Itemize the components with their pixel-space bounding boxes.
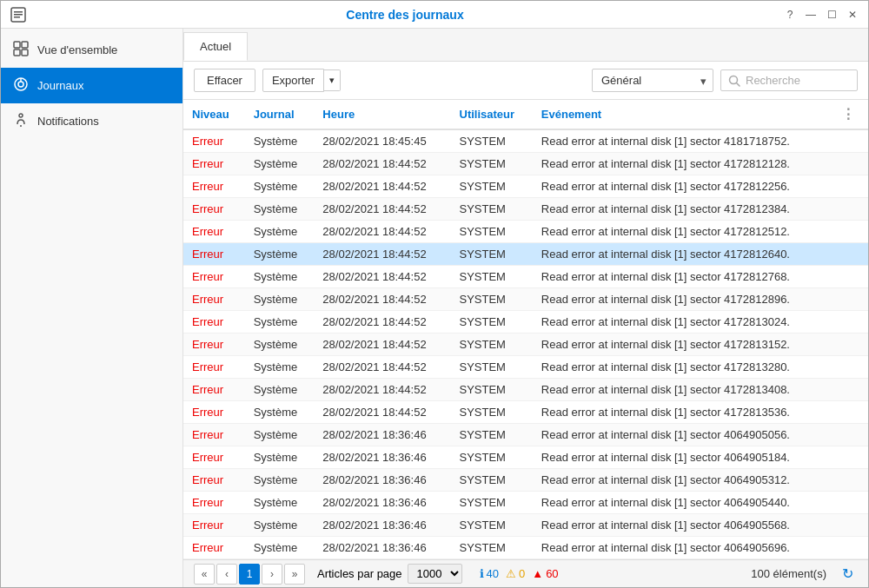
svg-point-11 (19, 114, 23, 117)
cell-heure: 28/02/2021 18:44:52 (314, 198, 450, 221)
table-row[interactable]: Erreur Système 28/02/2021 18:44:52 SYSTE… (183, 401, 868, 424)
table-row[interactable]: Erreur Système 28/02/2021 18:44:52 SYSTE… (183, 288, 868, 311)
app-icon (10, 6, 27, 23)
help-button[interactable]: ? (783, 8, 797, 22)
table-row[interactable]: Erreur Système 28/02/2021 18:44:52 SYSTE… (183, 175, 868, 198)
col-heure[interactable]: Heure (314, 100, 450, 129)
cell-utilisateur: SYSTEM (451, 492, 533, 514)
col-evenement[interactable]: Evénement (533, 100, 833, 129)
refresh-button[interactable]: ↻ (837, 564, 858, 585)
table-row[interactable]: Erreur Système 28/02/2021 18:44:52 SYSTE… (183, 311, 868, 334)
cell-evenement: Read error at internal disk [1] sector 4… (533, 424, 833, 446)
cell-evenement: Read error at internal disk [1] sector 4… (533, 334, 833, 356)
maximize-button[interactable]: ☐ (825, 8, 839, 22)
svg-line-14 (737, 83, 740, 86)
current-page[interactable]: 1 (239, 564, 260, 585)
titlebar: Centre des journaux ? — ☐ ✕ (1, 1, 868, 29)
sidebar-item-notifications[interactable]: Notifications (1, 103, 182, 139)
table-row[interactable]: Erreur Système 28/02/2021 18:44:52 SYSTE… (183, 198, 868, 221)
cell-more (833, 424, 868, 446)
cell-niveau: Erreur (183, 153, 245, 175)
info-badge: ℹ 40 (480, 567, 499, 580)
svg-rect-1 (14, 11, 23, 13)
col-journal[interactable]: Journal (245, 100, 315, 129)
table-row[interactable]: Erreur Système 28/02/2021 18:44:52 SYSTE… (183, 356, 868, 379)
sidebar-item-journals[interactable]: Journaux (1, 68, 182, 103)
col-niveau[interactable]: Niveau (183, 100, 245, 129)
cell-more (833, 379, 868, 401)
tab-actuel[interactable]: Actuel (183, 32, 248, 61)
cell-niveau: Erreur (183, 288, 245, 311)
cell-evenement: Read error at internal disk [1] sector 4… (533, 469, 833, 492)
cell-evenement: Read error at internal disk [1] sector 4… (533, 446, 833, 469)
cell-evenement: Read error at internal disk [1] sector 4… (533, 379, 833, 401)
cell-niveau: Erreur (183, 243, 245, 266)
table-row[interactable]: Erreur Système 28/02/2021 18:44:52 SYSTE… (183, 334, 868, 356)
error-icon: ▲ (532, 567, 543, 580)
cell-niveau: Erreur (183, 221, 245, 243)
table-row[interactable]: Erreur Système 28/02/2021 18:44:52 SYSTE… (183, 379, 868, 401)
svg-rect-6 (14, 50, 20, 56)
cell-journal: Système (245, 469, 315, 492)
cell-evenement: Read error at internal disk [1] sector 4… (533, 537, 833, 559)
cell-utilisateur: SYSTEM (451, 198, 533, 221)
table-row[interactable]: Erreur Système 28/02/2021 18:36:46 SYSTE… (183, 424, 868, 446)
cell-evenement: Read error at internal disk [1] sector 4… (533, 175, 833, 198)
cell-utilisateur: SYSTEM (451, 379, 533, 401)
main-window: Centre des journaux ? — ☐ ✕ Vue d'ensemb… (0, 0, 869, 588)
table-row[interactable]: Erreur Système 28/02/2021 18:44:52 SYSTE… (183, 153, 868, 175)
search-icon (728, 75, 740, 87)
cell-journal: Système (245, 129, 315, 153)
table-row[interactable]: Erreur Système 28/02/2021 18:44:52 SYSTE… (183, 221, 868, 243)
cell-journal: Système (245, 175, 315, 198)
general-select[interactable]: Général Connexion Sauvegarde (592, 69, 713, 92)
cell-journal: Système (245, 198, 315, 221)
search-input[interactable] (746, 74, 850, 87)
minimize-button[interactable]: — (804, 8, 818, 22)
cell-more (833, 266, 868, 288)
table-row[interactable]: Erreur Système 28/02/2021 18:44:52 SYSTE… (183, 243, 868, 266)
cell-journal: Système (245, 401, 315, 424)
cell-heure: 28/02/2021 18:44:52 (314, 334, 450, 356)
table-row[interactable]: Erreur Système 28/02/2021 18:45:45 SYSTE… (183, 129, 868, 153)
cell-utilisateur: SYSTEM (451, 537, 533, 559)
cell-evenement: Read error at internal disk [1] sector 4… (533, 401, 833, 424)
col-utilisateur[interactable]: Utilisateur (451, 100, 533, 129)
col-more[interactable]: ⋮ (833, 100, 868, 129)
cell-niveau: Erreur (183, 266, 245, 288)
sidebar-item-overview[interactable]: Vue d'ensemble (1, 32, 182, 68)
first-page-button[interactable]: « (194, 564, 215, 585)
table-row[interactable]: Erreur Système 28/02/2021 18:44:52 SYSTE… (183, 266, 868, 288)
next-page-button[interactable]: › (262, 564, 282, 585)
cell-heure: 28/02/2021 18:44:52 (314, 288, 450, 311)
cell-more (833, 334, 868, 356)
cell-journal: Système (245, 492, 315, 514)
sidebar-item-journals-label: Journaux (37, 79, 83, 92)
per-page-select[interactable]: 1000 500 100 (408, 564, 462, 584)
cell-niveau: Erreur (183, 446, 245, 469)
cell-journal: Système (245, 288, 315, 311)
table-row[interactable]: Erreur Système 28/02/2021 18:36:46 SYSTE… (183, 469, 868, 492)
cell-utilisateur: SYSTEM (451, 221, 533, 243)
effacer-button[interactable]: Effacer (194, 69, 255, 92)
table-row[interactable]: Erreur Système 28/02/2021 18:36:46 SYSTE… (183, 446, 868, 469)
close-button[interactable]: ✕ (846, 8, 859, 22)
info-count: 40 (487, 567, 499, 580)
table-row[interactable]: Erreur Système 28/02/2021 18:36:46 SYSTE… (183, 514, 868, 537)
cell-evenement: Read error at internal disk [1] sector 4… (533, 492, 833, 514)
exporter-button[interactable]: Exporter (262, 69, 324, 92)
last-page-button[interactable]: » (284, 564, 305, 585)
cell-more (833, 356, 868, 379)
exporter-dropdown-arrow[interactable]: ▾ (324, 69, 341, 91)
cell-more (833, 221, 868, 243)
table-row[interactable]: Erreur Système 28/02/2021 18:36:46 SYSTE… (183, 492, 868, 514)
cell-journal: Système (245, 424, 315, 446)
journals-icon (13, 76, 29, 95)
cell-niveau: Erreur (183, 492, 245, 514)
table-row[interactable]: Erreur Système 28/02/2021 18:36:46 SYSTE… (183, 537, 868, 559)
toolbar-right: Général Connexion Sauvegarde (592, 69, 858, 92)
cell-evenement: Read error at internal disk [1] sector 4… (533, 311, 833, 334)
warn-icon: ⚠ (506, 567, 516, 580)
prev-page-button[interactable]: ‹ (216, 564, 237, 585)
cell-more (833, 243, 868, 266)
